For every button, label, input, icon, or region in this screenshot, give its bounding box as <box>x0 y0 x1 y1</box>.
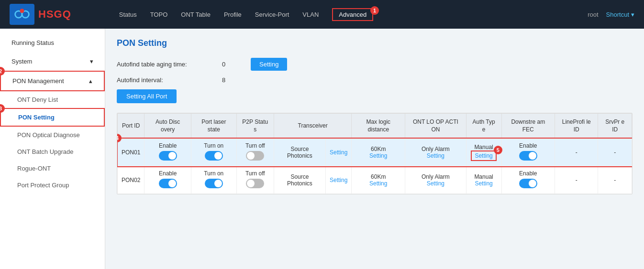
nav-ont-table[interactable]: ONT Table <box>181 9 211 20</box>
nav-status[interactable]: Status <box>119 9 137 20</box>
fec-label: Enable <box>506 170 551 177</box>
auth-type-value: Manual <box>470 144 498 151</box>
cell-max-distance: 60Km Setting <box>352 139 405 166</box>
cell-laser: Turn on <box>191 166 237 194</box>
col-line-profile: LineProfi le ID <box>555 114 598 139</box>
nav-advanced-wrapper: Advanced 1 <box>332 11 373 18</box>
nav-advanced[interactable]: Advanced <box>332 8 373 21</box>
sidebar-item-port-protect-group[interactable]: Port Protect Group <box>0 177 105 194</box>
autofind-interval-value: 8 <box>222 76 241 84</box>
laser-toggle[interactable] <box>205 179 223 188</box>
logo-text: HSGQ <box>38 8 71 21</box>
auto-disc-toggle[interactable] <box>159 151 177 161</box>
user-label: root <box>588 11 598 18</box>
auth-setting-link-highlighted[interactable]: Setting <box>471 151 496 161</box>
cell-transceiver-name: Source Photonics <box>274 166 325 194</box>
setting-button[interactable]: Setting <box>251 58 287 71</box>
cell-srv-profile: - <box>598 166 632 194</box>
p2p-toggle[interactable] <box>246 151 264 161</box>
distance-value: 60Km <box>355 146 401 152</box>
page-title: PON Setting <box>117 38 633 48</box>
col-fec: Downstre am FEC <box>501 114 555 139</box>
sidebar-item-pon-setting[interactable]: PON Setting <box>0 108 105 127</box>
col-laser: Port laser state <box>191 114 237 139</box>
nav-service-port[interactable]: Service-Port <box>255 9 289 20</box>
autofind-age-value: 0 <box>222 61 241 68</box>
p2p-toggle[interactable] <box>246 179 264 188</box>
autofind-age-row: Autofind table aging time: 0 Setting <box>117 58 633 71</box>
loop-action-value: Only Alarm <box>409 146 462 152</box>
autofind-interval-row: Autofind interval: 8 <box>117 76 633 84</box>
cell-line-profile: - <box>555 166 598 194</box>
cell-fec: Enable <box>501 166 555 194</box>
main-content: PON Setting Autofind table aging time: 0… <box>105 29 644 269</box>
svg-point-2 <box>20 9 24 13</box>
cell-fec: Enable <box>501 139 555 166</box>
auth-setting-badge: 5 <box>494 146 502 154</box>
nav-profile[interactable]: Profile <box>224 9 242 20</box>
cell-auto-disc: Enable <box>144 166 191 194</box>
laser-label: Turn on <box>195 142 233 149</box>
laser-toggle[interactable] <box>205 151 223 161</box>
auto-disc-toggle[interactable] <box>159 179 177 188</box>
cell-transceiver-setting[interactable]: Setting <box>325 139 351 166</box>
table-row: PON02 Enable Turn on Turn off Source Pho… <box>118 166 632 194</box>
pon-table: Port ID Auto Disc overy Port laser state… <box>117 113 633 194</box>
col-max-distance: Max logic distance <box>352 114 405 139</box>
cell-loop-action: Only Alarm Setting <box>405 139 466 166</box>
col-loop-action: ONT LO OP ACTI ON <box>405 114 466 139</box>
cell-auth-type: Manual Setting 5 <box>466 139 501 166</box>
loop-setting-link[interactable]: Setting <box>409 180 462 187</box>
cell-auth-type: Manual Setting <box>466 166 501 194</box>
distance-setting-link[interactable]: Setting <box>355 152 401 159</box>
sidebar-item-ont-batch-upgrade[interactable]: ONT Batch Upgrade <box>0 143 105 160</box>
pon-management-wrapper: PON Management ▴ 2 <box>0 71 105 91</box>
logo-icon <box>10 4 34 25</box>
cell-auto-disc: Enable <box>144 139 191 166</box>
main-nav: Status TOPO ONT Table Profile Service-Po… <box>119 9 568 20</box>
col-auth-type: Auth Typ e <box>466 114 501 139</box>
nav-badge: 1 <box>370 6 379 15</box>
auth-setting-link[interactable]: Setting <box>470 180 498 187</box>
cell-port-id: PON02 <box>118 166 144 194</box>
autofind-age-label: Autofind table aging time: <box>117 61 212 68</box>
distance-setting-link[interactable]: Setting <box>355 180 401 187</box>
cell-line-profile: - <box>555 139 598 166</box>
loop-action-value: Only Alarm <box>409 173 462 180</box>
header-right: root Shortcut ▾ <box>588 11 634 18</box>
col-srv-profile: SrvPr e ID <box>598 114 632 139</box>
nav-vlan[interactable]: VLAN <box>302 9 319 20</box>
header: HSGQ Status TOPO ONT Table Profile Servi… <box>0 0 644 29</box>
auto-disc-label: Enable <box>148 170 187 177</box>
col-auto-disc: Auto Disc overy <box>144 114 191 139</box>
p2p-label: Turn off <box>241 170 270 177</box>
chevron-up-icon: ▴ <box>89 77 92 85</box>
cell-srv-profile: - <box>598 139 632 166</box>
cell-port-id: PON014 <box>118 139 144 166</box>
sidebar-item-rogue-ont[interactable]: Rogue-ONT <box>0 160 105 177</box>
laser-label: Turn on <box>195 170 233 177</box>
fec-label: Enable <box>506 142 551 149</box>
autofind-interval-label: Autofind interval: <box>117 76 212 84</box>
col-p2p: P2P Statu s <box>236 114 274 139</box>
col-transceiver: Transceiver <box>274 114 351 139</box>
auth-type-value: Manual <box>470 173 498 180</box>
sidebar-item-running-status[interactable]: Running Status <box>0 33 105 52</box>
sidebar: Running Status System ▾ PON Management ▴… <box>0 29 105 269</box>
sidebar-group-system[interactable]: System ▾ <box>0 52 105 71</box>
logo-area: HSGQ <box>10 4 71 25</box>
fec-toggle[interactable] <box>519 151 537 161</box>
sidebar-group-pon-management[interactable]: PON Management ▴ <box>0 71 105 91</box>
shortcut-button[interactable]: Shortcut ▾ <box>606 11 634 18</box>
sidebar-item-pon-optical-diagnose[interactable]: PON Optical Diagnose <box>0 127 105 143</box>
layout: Running Status System ▾ PON Management ▴… <box>0 29 644 269</box>
setting-all-port-button[interactable]: Setting All Port <box>117 89 177 103</box>
auto-disc-label: Enable <box>148 142 187 149</box>
cell-laser: Turn on <box>191 139 237 166</box>
cell-p2p: Turn off <box>236 166 274 194</box>
nav-topo[interactable]: TOPO <box>150 9 168 20</box>
fec-toggle[interactable] <box>519 179 537 188</box>
loop-setting-link[interactable]: Setting <box>409 152 462 159</box>
cell-transceiver-setting[interactable]: Setting <box>325 166 351 194</box>
sidebar-item-ont-deny-list[interactable]: ONT Deny List <box>0 91 105 108</box>
